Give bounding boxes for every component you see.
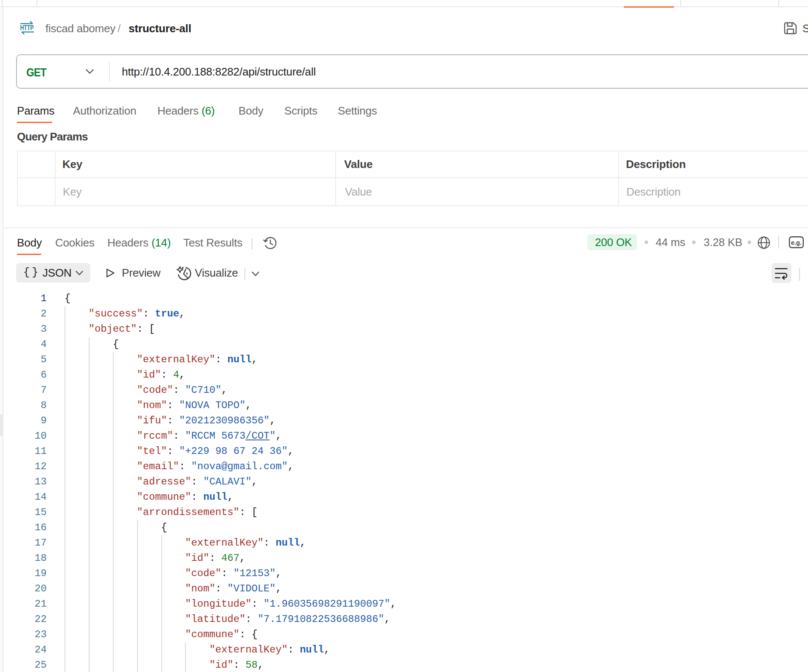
svg-text:HTTP: HTTP bbox=[20, 24, 34, 31]
svg-text:e.g.: e.g. bbox=[791, 239, 802, 246]
